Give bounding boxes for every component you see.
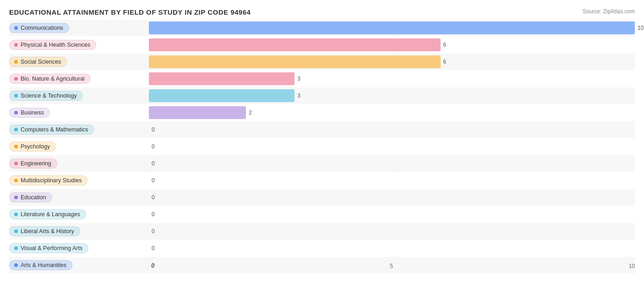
- bar-fill: [149, 72, 295, 85]
- bar-label-pill: Communications: [9, 23, 69, 33]
- bar-label: Social Sciences: [9, 57, 149, 67]
- bar-fill: [149, 89, 295, 102]
- bar-row: Education0: [9, 189, 635, 206]
- bar-label-pill: Multidisciplinary Studies: [9, 175, 87, 185]
- bar-track: 0: [149, 225, 635, 238]
- x-tick: 5: [390, 263, 393, 269]
- bar-label: Arts & Humanities: [9, 260, 149, 270]
- bar-label-pill: Psychology: [9, 142, 56, 152]
- bar-label-text: Arts & Humanities: [21, 262, 66, 268]
- bar-label-pill: Social Sciences: [9, 57, 67, 67]
- bar-row: Literature & Languages0: [9, 206, 635, 223]
- bar-value-label: 0: [152, 177, 155, 184]
- bar-value-label: 0: [152, 160, 155, 167]
- bar-label-pill: Education: [9, 192, 52, 202]
- bar-fill: [149, 38, 441, 51]
- bar-label-text: Visual & Performing Arts: [21, 245, 82, 251]
- bar-label-pill: Visual & Performing Arts: [9, 243, 88, 253]
- bar-row: Bio, Nature & Agricultural3: [9, 71, 635, 87]
- bar-label-text: Communications: [21, 25, 63, 31]
- bar-value-label: 10: [638, 25, 644, 31]
- bar-label-pill: Engineering: [9, 158, 57, 169]
- bar-label-pill: Literature & Languages: [9, 209, 86, 219]
- bar-label-dot: [14, 145, 18, 148]
- bar-track: 6: [149, 55, 635, 68]
- bar-label-dot: [14, 111, 18, 115]
- bar-track: 3: [149, 89, 635, 102]
- bar-label: Education: [9, 192, 149, 202]
- bar-label-dot: [14, 213, 18, 216]
- bar-row: Social Sciences6: [9, 54, 635, 70]
- bar-row: Psychology0: [9, 138, 635, 155]
- bar-label-text: Social Sciences: [21, 59, 61, 65]
- bar-label-text: Multidisciplinary Studies: [21, 177, 82, 184]
- bar-label: Physical & Health Sciences: [9, 40, 149, 50]
- bar-label-dot: [14, 196, 18, 199]
- bar-label: Psychology: [9, 142, 149, 152]
- bar-label-dot: [14, 128, 18, 131]
- bar-label-text: Computers & Mathematics: [21, 126, 88, 133]
- bar-value-label: 3: [297, 76, 300, 82]
- bar-label-dot: [14, 229, 18, 233]
- bar-track: 0: [149, 191, 635, 204]
- x-tick: 10: [629, 263, 635, 269]
- bar-value-label: 6: [443, 59, 447, 65]
- bar-label-dot: [14, 26, 18, 30]
- bar-value-label: 2: [249, 109, 252, 116]
- bar-row: Physical & Health Sciences6: [9, 37, 635, 53]
- bar-label-pill: Science & Technology: [9, 91, 83, 101]
- bar-value-label: 6: [443, 42, 447, 48]
- x-axis: 0510: [151, 259, 635, 269]
- bar-row: Visual & Performing Arts0: [9, 240, 635, 256]
- bar-fill: [149, 55, 441, 68]
- bar-label-text: Liberal Arts & History: [21, 228, 74, 234]
- chart-title: EDUCATIONAL ATTAINMENT BY FIELD OF STUDY…: [9, 8, 635, 16]
- bar-value-label: 0: [152, 143, 155, 150]
- bar-label-dot: [14, 94, 18, 98]
- bar-label-pill: Business: [9, 108, 50, 118]
- bar-fill: [149, 22, 635, 34]
- bar-label-pill: Arts & Humanities: [9, 260, 72, 270]
- bar-row: Multidisciplinary Studies0: [9, 172, 635, 189]
- bar-label: Multidisciplinary Studies: [9, 175, 149, 185]
- bar-value-label: 0: [152, 126, 155, 133]
- bar-label-dot: [14, 263, 18, 267]
- chart-source: Source: ZipAtlas.com: [583, 8, 635, 15]
- bar-track: 0: [149, 123, 635, 136]
- bar-label: Computers & Mathematics: [9, 125, 149, 135]
- bar-track: 2: [149, 106, 635, 119]
- bar-row: Computers & Mathematics0: [9, 121, 635, 138]
- bar-track: 0: [149, 242, 635, 255]
- bar-label: Science & Technology: [9, 91, 149, 101]
- bar-label-pill: Computers & Mathematics: [9, 125, 94, 135]
- bar-label-text: Science & Technology: [21, 93, 77, 99]
- bar-label: Engineering: [9, 158, 149, 169]
- bar-label: Communications: [9, 23, 149, 33]
- bar-label-dot: [14, 77, 18, 81]
- chart-area: Communications10Physical & Health Scienc…: [9, 20, 635, 269]
- bar-row: Liberal Arts & History0: [9, 223, 635, 240]
- bar-label-text: Engineering: [21, 160, 51, 167]
- bar-track: 0: [149, 157, 635, 170]
- bar-track: 3: [149, 72, 635, 85]
- bar-label: Bio, Nature & Agricultural: [9, 74, 149, 84]
- bar-track: 6: [149, 38, 635, 51]
- bar-value-label: 0: [152, 228, 155, 234]
- x-tick: 0: [151, 263, 154, 269]
- bar-label-dot: [14, 162, 18, 165]
- bar-value-label: 3: [297, 93, 300, 99]
- bar-label-text: Physical & Health Sciences: [21, 42, 90, 48]
- bar-label: Visual & Performing Arts: [9, 243, 149, 253]
- bar-label: Business: [9, 108, 149, 118]
- bar-fill: [149, 106, 246, 119]
- bar-label-dot: [14, 246, 18, 250]
- bar-row: Engineering0: [9, 155, 635, 172]
- bar-track: 0: [149, 208, 635, 221]
- bar-label: Liberal Arts & History: [9, 226, 149, 236]
- bar-row: Science & Technology3: [9, 87, 635, 104]
- bar-label-text: Psychology: [21, 143, 50, 150]
- bar-value-label: 0: [152, 194, 155, 201]
- bar-track: 10: [149, 22, 644, 34]
- bar-track: 0: [149, 140, 635, 153]
- bar-label-pill: Liberal Arts & History: [9, 226, 80, 236]
